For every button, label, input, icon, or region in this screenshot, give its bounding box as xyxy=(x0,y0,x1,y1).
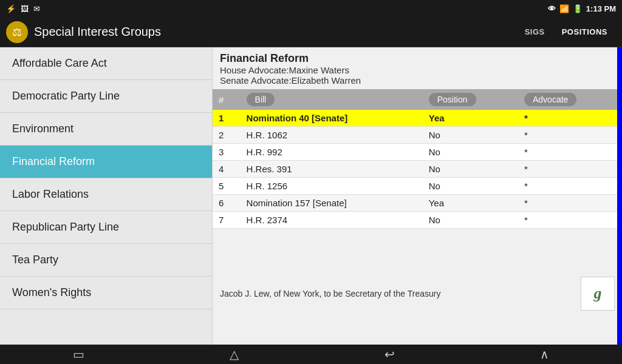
cell-num: 3 xyxy=(213,144,241,161)
cell-advocate: * xyxy=(518,127,622,144)
cell-num: 5 xyxy=(213,178,241,195)
position-header-pill: Position xyxy=(429,93,476,106)
bills-table: # Bill Position Advocate 1 Nomination 40… xyxy=(213,89,622,229)
cell-bill: H.R. 1256 xyxy=(241,178,423,195)
cell-num: 1 xyxy=(213,110,241,127)
table-row[interactable]: 2 H.R. 1062 No * xyxy=(213,127,622,144)
sidebar-item-financial-reform[interactable]: Financial Reform xyxy=(0,146,212,178)
scrollbar[interactable] xyxy=(617,47,622,345)
app-title: Special Interest Groups xyxy=(34,25,516,39)
footer-text: Jacob J. Lew, of New York, to be Secreta… xyxy=(220,289,440,298)
app-bar-actions: SIGS POSITIONS xyxy=(516,27,616,36)
sidebar-item-affordable-care[interactable]: Affordable Care Act xyxy=(0,47,212,80)
sigs-button[interactable]: SIGS xyxy=(516,27,553,36)
cell-num: 2 xyxy=(213,127,241,144)
sidebar-item-labor[interactable]: Labor Relations xyxy=(0,178,212,211)
bottom-nav: ▭ △ ↩ ∧ xyxy=(0,345,622,364)
cell-position: No xyxy=(423,178,518,195)
cell-advocate: * xyxy=(518,144,622,161)
cell-position: Yea xyxy=(423,110,518,127)
advocate-header-pill: Advocate xyxy=(524,93,576,106)
cell-bill: H.R. 1062 xyxy=(241,127,423,144)
sidebar-item-environment[interactable]: Environment xyxy=(0,113,212,146)
cell-position: No xyxy=(423,212,518,229)
footer-logo: g xyxy=(581,277,615,311)
cell-position: No xyxy=(423,127,518,144)
cell-advocate: * xyxy=(518,178,622,195)
nav-home-icon[interactable]: △ xyxy=(230,347,239,362)
app-bar: ⚖ Special Interest Groups SIGS POSITIONS xyxy=(0,17,622,47)
table-row[interactable]: 7 H.R. 2374 No * xyxy=(213,212,622,229)
panel-title: Financial Reform xyxy=(220,52,615,65)
col-advocate: Advocate xyxy=(518,89,622,110)
col-bill: Bill xyxy=(241,89,423,110)
cell-advocate: * xyxy=(518,212,622,229)
cell-bill: Nomination 40 [Senate] xyxy=(241,110,423,127)
nav-recent-icon[interactable]: ▭ xyxy=(73,347,84,362)
cell-bill: H.R. 2374 xyxy=(241,212,423,229)
sidebar-item-womens-rights[interactable]: Women's Rights xyxy=(0,277,212,309)
cell-bill: H.Res. 391 xyxy=(241,161,423,178)
app-logo: ⚖ xyxy=(6,21,28,43)
cell-num: 4 xyxy=(213,161,241,178)
cell-advocate: * xyxy=(518,161,622,178)
panel-footer: Jacob J. Lew, of New York, to be Secreta… xyxy=(213,273,622,314)
cell-num: 7 xyxy=(213,212,241,229)
cell-position: No xyxy=(423,161,518,178)
sidebar-item-republican[interactable]: Republican Party Line xyxy=(0,211,212,244)
table-row[interactable]: 6 Nomination 157 [Senate] Yea * xyxy=(213,195,622,212)
image-icon: 🖼 xyxy=(21,4,29,13)
right-panel: Financial Reform House Advocate:Maxine W… xyxy=(213,47,622,345)
email-icon: ✉ xyxy=(33,4,40,13)
table-row[interactable]: 3 H.R. 992 No * xyxy=(213,144,622,161)
nav-back-icon[interactable]: ↩ xyxy=(384,347,395,362)
logo-g-letter: g xyxy=(594,285,602,303)
status-bar: ⚡ 🖼 ✉ 👁 📶 🔋 1:13 PM xyxy=(0,0,622,17)
sidebar-item-democratic[interactable]: Democratic Party Line xyxy=(0,80,212,113)
cell-bill: H.R. 992 xyxy=(241,144,423,161)
bill-header-pill: Bill xyxy=(247,93,275,106)
wifi-icon: 📶 xyxy=(559,4,569,13)
cell-num: 6 xyxy=(213,195,241,212)
cell-advocate: * xyxy=(518,110,622,127)
senate-advocate-name: Elizabeth Warren xyxy=(292,75,361,86)
table-row[interactable]: 5 H.R. 1256 No * xyxy=(213,178,622,195)
logo-icon: ⚖ xyxy=(12,25,22,39)
house-advocate-name: Maxine Waters xyxy=(289,65,349,75)
senate-advocate-label: Senate Advocate: xyxy=(220,75,292,86)
panel-header: Financial Reform House Advocate:Maxine W… xyxy=(213,47,622,87)
time-display: 1:13 PM xyxy=(586,4,616,13)
status-right: 👁 📶 🔋 1:13 PM xyxy=(548,4,616,13)
panel-house-advocate: House Advocate:Maxine Waters xyxy=(220,65,615,75)
usb-icon: ⚡ xyxy=(6,4,16,13)
nav-up-icon[interactable]: ∧ xyxy=(540,347,549,362)
eye-icon: 👁 xyxy=(548,4,556,13)
battery-icon: 🔋 xyxy=(573,4,583,13)
table-row[interactable]: 4 H.Res. 391 No * xyxy=(213,161,622,178)
house-advocate-label: House Advocate: xyxy=(220,65,289,75)
cell-advocate: * xyxy=(518,195,622,212)
cell-bill: Nomination 157 [Senate] xyxy=(241,195,423,212)
panel-senate-advocate: Senate Advocate:Elizabeth Warren xyxy=(220,75,615,86)
table-row[interactable]: 1 Nomination 40 [Senate] Yea * xyxy=(213,110,622,127)
positions-button[interactable]: POSITIONS xyxy=(553,27,616,36)
cell-position: Yea xyxy=(423,195,518,212)
sidebar-item-tea-party[interactable]: Tea Party xyxy=(0,244,212,277)
table-header-row: # Bill Position Advocate xyxy=(213,89,622,110)
status-left-icons: ⚡ 🖼 ✉ xyxy=(6,4,40,13)
cell-position: No xyxy=(423,144,518,161)
main-content: Affordable Care Act Democratic Party Lin… xyxy=(0,47,622,345)
col-num: # xyxy=(213,89,241,110)
col-position: Position xyxy=(423,89,518,110)
sidebar: Affordable Care Act Democratic Party Lin… xyxy=(0,47,213,345)
